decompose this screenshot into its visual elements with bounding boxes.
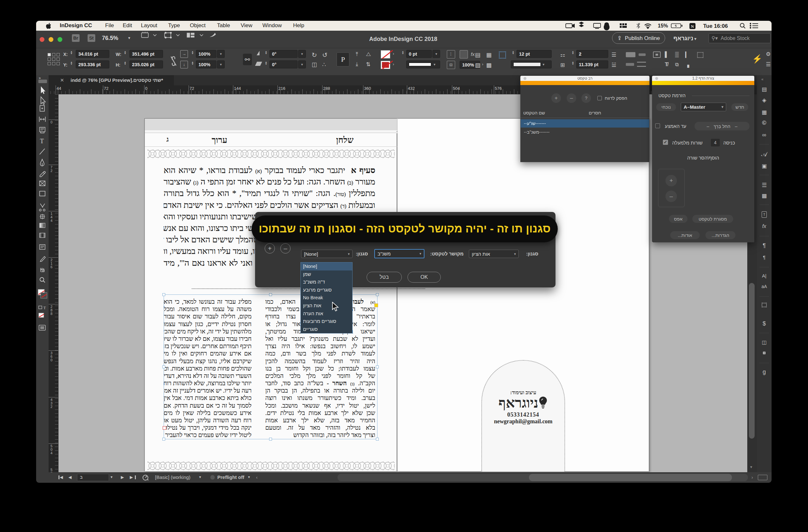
svg-text:T: T: [43, 306, 46, 310]
svg-text:15%: 15%: [658, 23, 668, 29]
svg-text:N: N: [691, 24, 694, 29]
svg-text:Tue 16:06: Tue 16:06: [703, 23, 728, 29]
svg-text:T: T: [40, 137, 44, 145]
